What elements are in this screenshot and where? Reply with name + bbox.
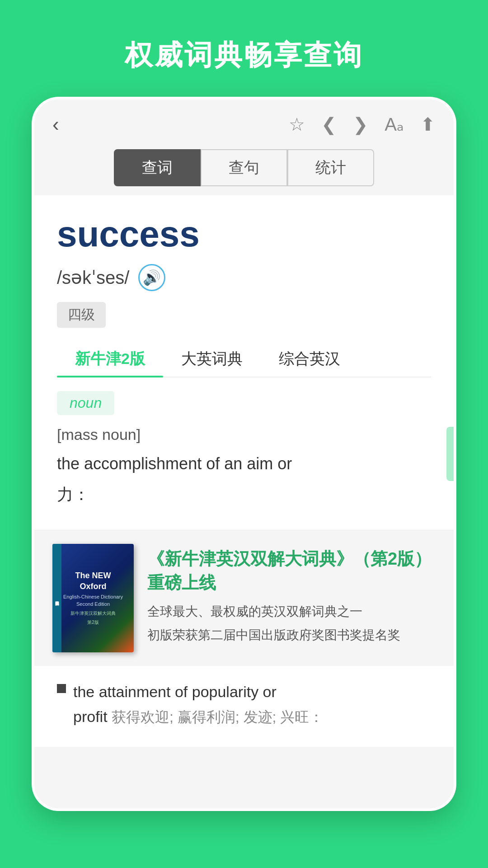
- definition-text-2: 力：: [57, 481, 431, 508]
- bullet-icon: [57, 684, 66, 693]
- phone-frame: ‹ ☆ ❮ ❯ Aₐ ⬆ 查词 查句 统计 success /səkˈses/ …: [32, 97, 456, 811]
- promo-title: 《新牛津英汉双解大词典》（第2版）重磅上线: [147, 547, 436, 595]
- book-cover-title: The NEWOxford: [75, 571, 111, 592]
- share-icon[interactable]: ⬆: [420, 114, 436, 135]
- word-title: success: [57, 213, 431, 255]
- promo-desc-2: 初版荣获第二届中国出版政府奖图书奖提名奖: [147, 626, 436, 645]
- level-badge: 四级: [57, 302, 106, 328]
- bullet-text: the attainment of popularity or: [73, 679, 324, 704]
- book-cover-zh-title: 新牛津英汉双解大词典: [70, 610, 116, 617]
- dict-tab-comprehensive[interactable]: 综合英汉: [261, 341, 358, 377]
- toolbar-right: ☆ ❮ ❯ Aₐ ⬆: [289, 114, 436, 135]
- book-spine: 新牛津英汉双解大词典: [52, 544, 61, 652]
- bullet-text-2: profit 获得欢迎; 赢得利润; 发迹; 兴旺：: [73, 704, 324, 729]
- tab-lookup-sentence[interactable]: 查句: [201, 149, 287, 186]
- font-size-icon[interactable]: Aₐ: [385, 114, 404, 135]
- page-header-title: 权威词典畅享查询: [0, 0, 488, 97]
- definition-text-1: the accomplishment of an aim or: [57, 451, 431, 477]
- dict-tab-new-oxford[interactable]: 新牛津2版: [57, 341, 163, 377]
- speaker-icon: 🔊: [143, 269, 161, 286]
- back-button[interactable]: ‹: [52, 113, 59, 136]
- book-cover[interactable]: 新牛津英汉双解大词典 The NEWOxford English-Chinese…: [52, 544, 134, 652]
- promo-desc-1: 全球最大、最权威的英汉双解词典之一: [147, 602, 436, 621]
- qualifier-text: [mass noun]: [57, 426, 431, 443]
- bullet-translation: 获得欢迎; 赢得利润; 发迹; 兴旺：: [112, 709, 324, 725]
- promo-banner: 新牛津英汉双解大词典 The NEWOxford English-Chinese…: [34, 530, 454, 666]
- prev-icon[interactable]: ❮: [321, 114, 337, 135]
- tab-bar: 查词 查句 统计: [34, 145, 454, 195]
- tab-statistics[interactable]: 统计: [287, 149, 374, 186]
- pos-badge: noun: [57, 391, 114, 415]
- toolbar-left: ‹: [52, 113, 59, 136]
- definition-bullet-item: the attainment of popularity or profit 获…: [57, 679, 431, 729]
- next-icon[interactable]: ❯: [353, 114, 368, 135]
- speaker-button[interactable]: 🔊: [138, 264, 165, 291]
- scroll-indicator: [446, 427, 454, 481]
- dict-tab-britannica[interactable]: 大英词典: [163, 341, 261, 377]
- tab-lookup-word[interactable]: 查词: [114, 149, 201, 186]
- phonetic-text: /səkˈses/: [57, 267, 129, 288]
- phonetic-row: /səkˈses/ 🔊: [57, 264, 431, 291]
- bookmark-icon[interactable]: ☆: [289, 114, 305, 135]
- promo-text: 《新牛津英汉双解大词典》（第2版）重磅上线 全球最大、最权威的英汉双解词典之一 …: [147, 547, 436, 649]
- dict-source-tabs: 新牛津2版 大英词典 综合英汉: [57, 341, 431, 377]
- bullet-content: the attainment of popularity or profit 获…: [73, 679, 324, 729]
- dict-content: success /səkˈses/ 🔊 四级 新牛津2版 大英词典 综合英汉 n…: [34, 195, 454, 530]
- bottom-definition: the attainment of popularity or profit 获…: [34, 666, 454, 747]
- book-cover-subtitle: English-Chinese DictionarySecond Edition: [63, 594, 123, 608]
- book-cover-edition: 第2版: [87, 619, 99, 626]
- toolbar: ‹ ☆ ❮ ❯ Aₐ ⬆: [34, 99, 454, 145]
